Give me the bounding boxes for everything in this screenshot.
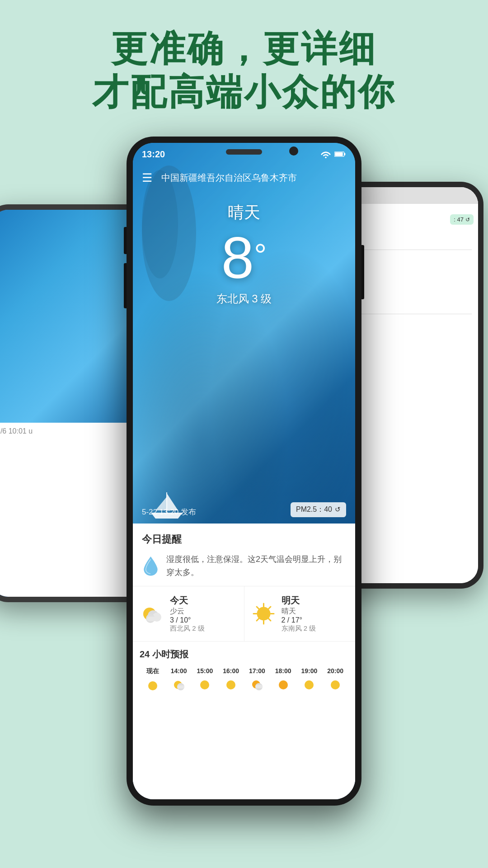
volume-down-button [124,263,127,308]
boat-illustration [146,488,187,524]
sun-icon [251,601,276,626]
volume-up-button [124,227,127,254]
tomorrow-forecast-info: 明天 晴天 2 / 17° 东南风 2 级 [282,594,316,633]
weather-display: 晴天 8 ° 东北风 3 级 [133,202,355,306]
phones-container: ☰ 1/6 10:01 u 1/6 10:01 ur [0,137,488,824]
water-drop-icon [142,553,160,578]
pm-badge: PM2.5：40 ↺ [291,502,346,517]
today-forecast: 今天 少云 3 / 10° 西北风 2 级 [133,586,244,641]
svg-line-20 [268,618,271,621]
hourly-time-4: 17:00 [245,667,269,675]
screen-inner: 13:20 [133,143,355,799]
location-text: 中国新疆维吾尔自治区乌鲁木齐市 [161,172,297,184]
svg-point-28 [226,680,235,689]
header-line1: 更准确，更详细 [0,27,488,71]
hourly-time-7: 20:00 [323,667,347,675]
forecast-row: 今天 少云 3 / 10° 西北风 2 级 [133,586,355,642]
svg-point-27 [200,680,209,689]
white-content: 今日提醒 湿度很低，注意保湿。这2天气温会明显上升，别穿太多。 [133,524,355,799]
hourly-time-6: 19:00 [297,667,322,675]
hourly-time-5: 18:00 [271,667,296,675]
hourly-item-6: 19:00 [296,665,323,698]
svg-line-22 [257,618,259,621]
hourly-section: 24 小时预报 现在 14:00 [133,642,355,698]
today-wind: 西北风 2 级 [170,624,205,633]
hourly-item-3: 16:00 [218,665,244,698]
refresh-icon[interactable]: ↺ [335,505,341,514]
svg-point-32 [279,680,288,689]
hourly-icon-2 [197,677,213,693]
svg-rect-7 [335,152,343,156]
hourly-item-1: 14:00 [166,665,192,698]
partly-cloudy-icon [140,601,164,626]
camera [289,146,298,156]
published-time: 5-22 13:20 发布 [142,507,196,517]
today-temp: 3 / 10° [170,616,205,624]
svg-rect-6 [344,153,346,155]
hourly-icon-6 [301,677,317,693]
hourly-time-0: 现在 [141,667,165,675]
reminder-title: 今日提醒 [142,533,346,546]
svg-point-33 [305,680,314,689]
speaker [226,149,262,155]
svg-point-23 [148,681,157,690]
svg-rect-31 [255,685,263,688]
tomorrow-temp: 2 / 17° [282,616,316,624]
hourly-item-5: 18:00 [270,665,296,698]
hourly-icon-0 [145,678,161,694]
reminder-text: 湿度很低，注意保湿。这2天气温会明显上升，别穿太多。 [166,553,346,579]
today-desc: 少云 [170,607,205,616]
hourly-row: 现在 14:00 [140,665,348,698]
tomorrow-forecast: 明天 晴天 2 / 17° 东南风 2 级 [244,586,356,641]
phone-screen: 13:20 [133,143,355,799]
pm-value: PM2.5：40 [296,505,332,514]
weather-condition: 晴天 [133,202,355,224]
svg-rect-13 [147,617,160,621]
svg-point-34 [331,680,340,689]
battery-icon [334,151,346,158]
status-icons [321,150,346,158]
today-reminder: 今日提醒 湿度很低，注意保湿。这2天气温会明显上升，别穿太多。 [133,524,355,586]
tomorrow-wind: 东南风 2 级 [282,624,316,633]
right-pm-badge: : 47 ↺ [450,214,474,225]
hourly-title: 24 小时预报 [140,648,348,660]
hourly-time-3: 16:00 [219,667,243,675]
today-forecast-info: 今天 少云 3 / 10° 西北风 2 级 [170,594,205,633]
degree-symbol: ° [254,237,267,274]
hourly-item-7: 20:00 [322,665,348,698]
hourly-icon-1 [171,677,187,693]
svg-line-21 [268,607,271,609]
power-button [361,245,364,299]
hourly-item-4: 17:00 [244,665,270,698]
svg-line-19 [257,607,259,609]
wifi-icon [321,150,331,158]
hourly-icon-3 [223,677,239,693]
temperature-container: 8 ° [133,228,355,287]
hourly-icon-4 [249,677,265,693]
svg-point-4 [325,156,327,158]
hourly-icon-7 [327,677,343,693]
phone-main: 13:20 [127,137,361,806]
reminder-content: 湿度很低，注意保湿。这2天气温会明显上升，别穿太多。 [142,553,346,579]
hourly-item-2: 15:00 [192,665,218,698]
tomorrow-desc: 晴天 [282,607,316,616]
tomorrow-label: 明天 [282,594,316,607]
menu-icon[interactable]: ☰ [142,171,152,185]
wind-info: 东北风 3 级 [133,292,355,306]
hourly-icon-5 [275,677,291,693]
temperature: 8 [221,228,254,287]
status-time: 13:20 [142,149,165,160]
hourly-time-1: 14:00 [167,667,191,675]
header-section: 更准确，更详细 才配高端小众的你 [0,0,488,127]
left-date: 1/6 10:01 u [0,427,148,435]
header-line2: 才配高端小众的你 [0,71,488,114]
svg-rect-26 [177,685,184,689]
hourly-item-0: 现在 [140,665,166,698]
today-label: 今天 [170,594,205,607]
top-bar: ☰ 中国新疆维吾尔自治区乌鲁木齐市 [133,165,355,190]
hourly-time-2: 15:00 [193,667,217,675]
